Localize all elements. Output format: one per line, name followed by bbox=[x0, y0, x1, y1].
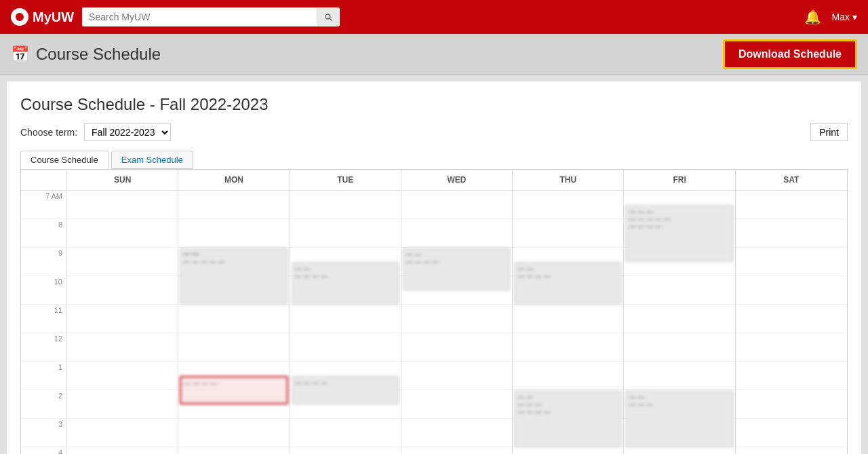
time-header bbox=[21, 170, 67, 190]
sun-header: SUN bbox=[67, 170, 178, 190]
sat-column bbox=[736, 191, 847, 454]
fri-course-1[interactable]: — — — — — — — — — — — — bbox=[625, 205, 733, 262]
top-navigation: MyUW 🔔 Max ▾ bbox=[0, 0, 868, 34]
logo-circle bbox=[11, 8, 28, 26]
time-3pm: 3 bbox=[21, 419, 67, 447]
print-button[interactable]: Print bbox=[810, 124, 848, 141]
wed-header: WED bbox=[401, 170, 513, 190]
chevron-down-icon: ▾ bbox=[852, 12, 857, 22]
wed-course-1[interactable]: — — — — — — bbox=[403, 248, 511, 290]
calendar-header: SUN MON TUE WED THU FRI SAT bbox=[21, 170, 847, 191]
schedule-title: Course Schedule - Fall 2022-2023 bbox=[20, 95, 848, 114]
thu-course-2[interactable]: — — — — — — — — — bbox=[514, 390, 622, 447]
nav-right: 🔔 Max ▾ bbox=[804, 9, 857, 25]
user-name: Max bbox=[832, 12, 850, 22]
mon-course-2[interactable]: — — — — bbox=[180, 376, 288, 404]
user-menu[interactable]: Max ▾ bbox=[832, 12, 857, 22]
calendar-icon: 📅 bbox=[11, 45, 29, 63]
main-content: Course Schedule - Fall 2022-2023 Choose … bbox=[7, 81, 861, 454]
time-9am: 9 bbox=[21, 248, 67, 276]
time-10am: 10 bbox=[21, 276, 67, 305]
sat-header: SAT bbox=[736, 170, 847, 190]
bell-icon[interactable]: 🔔 bbox=[804, 9, 821, 25]
mon-column: — — — — — — — — — — — bbox=[178, 191, 290, 454]
sun-column bbox=[67, 191, 178, 454]
tue-column: — — — — — — — — — — bbox=[290, 191, 401, 454]
time-8am: 8 bbox=[21, 219, 67, 248]
page-title: Course Schedule bbox=[36, 45, 161, 64]
tab-exam-schedule[interactable]: Exam Schedule bbox=[111, 151, 193, 169]
page-header: 📅 Course Schedule Download Schedule bbox=[0, 34, 868, 75]
fri-header: FRI bbox=[624, 170, 735, 190]
nav-left: MyUW bbox=[11, 7, 340, 26]
time-4pm: 4 bbox=[21, 447, 67, 454]
time-2pm: 2 bbox=[21, 390, 67, 419]
term-row: Choose term: Fall 2022-2023 Print bbox=[20, 124, 848, 141]
schedule-tabs: Course Schedule Exam Schedule bbox=[20, 151, 193, 169]
tue-header: TUE bbox=[290, 170, 401, 190]
time-1pm: 1 bbox=[21, 362, 67, 390]
calendar-grid: SUN MON TUE WED THU FRI SAT 7 AM 8 9 10 … bbox=[20, 169, 848, 454]
calendar-body: 7 AM 8 9 10 11 12 1 2 3 4 bbox=[21, 191, 847, 454]
tue-course-2[interactable]: — — — — bbox=[292, 376, 399, 404]
myuw-logo[interactable]: MyUW bbox=[11, 8, 74, 26]
term-label: Choose term: bbox=[20, 127, 77, 138]
search-input[interactable] bbox=[82, 7, 317, 26]
time-11am: 11 bbox=[21, 305, 67, 333]
search-button[interactable] bbox=[317, 8, 340, 26]
download-schedule-button[interactable]: Download Schedule bbox=[723, 39, 857, 69]
fri-column: — — — — — — — — — — — — — — — — — bbox=[624, 191, 735, 454]
wed-column: — — — — — — bbox=[401, 191, 513, 454]
logo-circle-inner bbox=[16, 13, 24, 21]
thu-course-1[interactable]: — — — — — — bbox=[514, 262, 622, 305]
mon-course-1[interactable]: — — — — — — — bbox=[180, 248, 288, 305]
mon-header: MON bbox=[178, 170, 290, 190]
search-bar bbox=[82, 7, 340, 26]
logo-text: MyUW bbox=[33, 10, 74, 25]
time-7am: 7 AM bbox=[21, 191, 67, 219]
tue-course-1[interactable]: — — — — — — bbox=[292, 262, 399, 305]
fri-course-2[interactable]: — — — — — bbox=[625, 390, 733, 447]
search-icon bbox=[323, 12, 333, 22]
thu-column: — — — — — — — — — — — — — — — bbox=[513, 191, 624, 454]
term-select[interactable]: Fall 2022-2023 bbox=[84, 124, 171, 141]
time-column: 7 AM 8 9 10 11 12 1 2 3 4 bbox=[21, 191, 67, 454]
page-title-container: 📅 Course Schedule bbox=[11, 45, 161, 64]
tab-course-schedule[interactable]: Course Schedule bbox=[20, 151, 108, 169]
thu-header: THU bbox=[513, 170, 624, 190]
time-12pm: 12 bbox=[21, 333, 67, 362]
